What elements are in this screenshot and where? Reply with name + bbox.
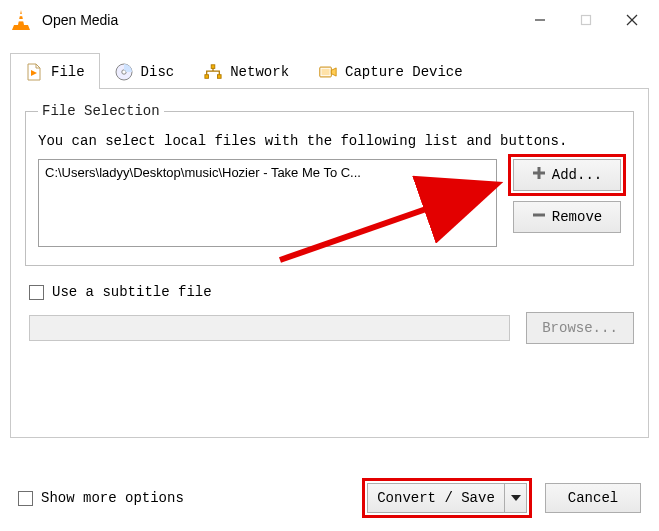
cancel-button[interactable]: Cancel: [545, 483, 641, 513]
subtitle-checkbox[interactable]: [29, 285, 44, 300]
file-selection-group: File Selection You can select local file…: [25, 103, 634, 266]
show-more-label: Show more options: [41, 490, 184, 506]
tab-file[interactable]: File: [10, 53, 100, 89]
svg-rect-12: [205, 74, 209, 78]
close-button[interactable]: [609, 0, 655, 40]
file-icon: [25, 63, 43, 81]
svg-rect-1: [19, 14, 24, 16]
svg-rect-2: [18, 19, 24, 21]
remove-button[interactable]: Remove: [513, 201, 621, 233]
minimize-button[interactable]: [517, 0, 563, 40]
tab-disc-label: Disc: [141, 64, 175, 80]
tab-capture[interactable]: Capture Device: [304, 53, 478, 89]
subtitle-checkbox-row[interactable]: Use a subtitle file: [29, 284, 634, 300]
file-list-item[interactable]: C:\Users\ladyy\Desktop\music\Hozier - Ta…: [45, 164, 490, 181]
vlc-cone-icon: [10, 9, 32, 31]
convert-save-label: Convert / Save: [377, 490, 495, 506]
convert-save-dropdown[interactable]: [505, 483, 527, 513]
tab-network-label: Network: [230, 64, 289, 80]
maximize-button[interactable]: [563, 0, 609, 40]
browse-button-label: Browse...: [542, 320, 618, 336]
show-more-options-row[interactable]: Show more options: [18, 490, 184, 506]
tab-capture-label: Capture Device: [345, 64, 463, 80]
tab-disc[interactable]: Disc: [100, 53, 190, 89]
svg-rect-5: [582, 16, 591, 25]
tab-bar: File Disc Network: [10, 52, 649, 88]
svg-marker-21: [511, 495, 521, 501]
subtitle-checkbox-label: Use a subtitle file: [52, 284, 212, 300]
convert-save-group: Convert / Save: [367, 483, 527, 513]
tab-panel-file: File Selection You can select local file…: [10, 88, 649, 438]
browse-button: Browse...: [526, 312, 634, 344]
bottom-bar: Show more options Convert / Save Cancel: [0, 475, 659, 531]
cancel-button-label: Cancel: [568, 490, 618, 506]
capture-icon: [319, 63, 337, 81]
minus-icon: [532, 208, 546, 226]
file-selection-legend: File Selection: [38, 103, 164, 119]
show-more-checkbox[interactable]: [18, 491, 33, 506]
svg-rect-17: [533, 172, 545, 175]
svg-rect-13: [218, 74, 222, 78]
title-bar: Open Media: [0, 0, 659, 40]
add-button-label: Add...: [552, 167, 602, 183]
file-selection-help: You can select local files with the foll…: [38, 133, 621, 149]
remove-button-label: Remove: [552, 209, 602, 225]
add-button[interactable]: Add...: [513, 159, 621, 191]
network-icon: [204, 63, 222, 81]
svg-marker-3: [12, 25, 30, 30]
disc-icon: [115, 63, 133, 81]
tab-network[interactable]: Network: [189, 53, 304, 89]
svg-marker-0: [18, 10, 24, 25]
window-title: Open Media: [42, 12, 118, 28]
file-list[interactable]: C:\Users\ladyy\Desktop\music\Hozier - Ta…: [38, 159, 497, 247]
subtitle-path-input: [29, 315, 510, 341]
tab-file-label: File: [51, 64, 85, 80]
plus-icon: [532, 166, 546, 184]
svg-rect-11: [211, 64, 215, 68]
chevron-down-icon: [511, 490, 521, 506]
svg-rect-18: [533, 214, 545, 217]
window-controls: [517, 0, 655, 40]
convert-save-button[interactable]: Convert / Save: [367, 483, 505, 513]
svg-rect-15: [321, 68, 329, 75]
